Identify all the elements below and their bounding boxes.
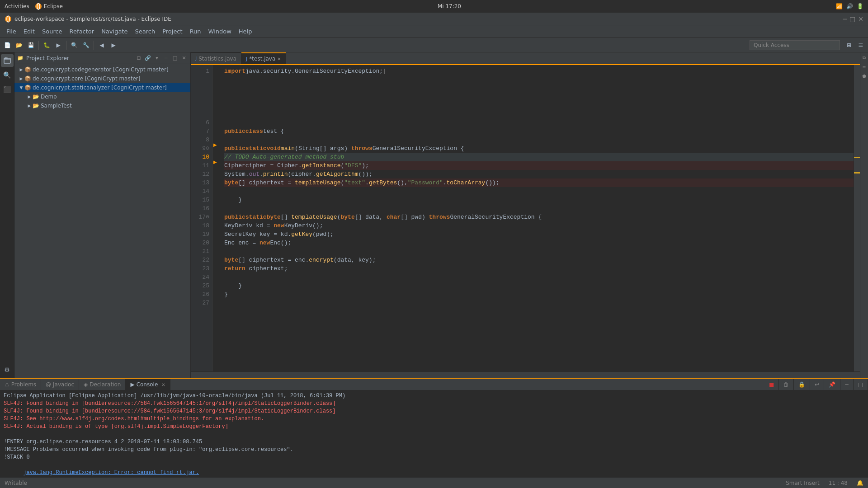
- project-explorer-header: 📁 Project Explorer ⊟ 🔗 ▾ ─ □ ✕: [14, 52, 190, 64]
- line-num-9: 9⊖: [191, 144, 209, 153]
- horizontal-scrollbar[interactable]: [191, 371, 860, 378]
- eclipse-menu[interactable]: Eclipse: [35, 3, 63, 10]
- menu-bar: File Edit Source Refactor Navigate Searc…: [0, 25, 868, 38]
- declaration-icon: ◈: [84, 381, 88, 388]
- maximize-panel-button[interactable]: □: [171, 55, 179, 62]
- line-num-18: 18: [191, 221, 209, 230]
- javadoc-icon: @: [46, 381, 51, 388]
- menu-edit[interactable]: Edit: [20, 27, 38, 36]
- tree-item-demo[interactable]: ▶ 📂 Demo: [14, 92, 190, 101]
- console-line-1: SLF4J: Found binding in [bundleresource:…: [4, 400, 864, 408]
- menu-help[interactable]: Help: [235, 27, 256, 36]
- tab-console[interactable]: ▶ Console ✕: [126, 379, 170, 390]
- open-button[interactable]: 📂: [14, 40, 24, 51]
- console-line-4: SLF4J: Actual binding is of type [org.sl…: [4, 423, 864, 431]
- perspectives-button[interactable]: ⊞: [844, 40, 854, 51]
- line-num-20: 20: [191, 239, 209, 247]
- console-line-8: java.lang.RuntimeException: Error: canno…: [4, 461, 864, 477]
- menu-navigate[interactable]: Navigate: [98, 27, 131, 36]
- code-line-blank: [224, 84, 854, 93]
- right-sidebar-icon-2[interactable]: ≡: [861, 63, 868, 70]
- run-button[interactable]: ▶: [53, 40, 64, 51]
- tree-item-sampletest[interactable]: ▶ 📂 SampleTest: [14, 101, 190, 110]
- terminal-icon[interactable]: ⬛: [1, 83, 14, 96]
- settings-icon[interactable]: ⚙: [1, 363, 14, 376]
- tab-declaration[interactable]: ◈ Declaration: [79, 379, 126, 390]
- expand-arrow[interactable]: ▶: [18, 67, 24, 72]
- minimize-button[interactable]: ─: [843, 15, 847, 23]
- menu-window[interactable]: Window: [205, 27, 235, 36]
- right-sidebar: ⧉ ≡ ⬟: [860, 52, 868, 378]
- menu-run[interactable]: Run: [186, 27, 205, 36]
- prev-button[interactable]: ◀: [96, 40, 107, 51]
- tab-statistics[interactable]: J Statistics.java: [191, 52, 241, 64]
- toolbar: 📄 📂 💾 🐛 ▶ 🔍 🔧 ◀ ▶ Quick Access ⊞ ☰: [0, 38, 868, 52]
- code-line-12: System.out.println(cipher.getAlgorithm()…: [224, 170, 854, 178]
- menu-search[interactable]: Search: [131, 27, 159, 36]
- expand-arrow[interactable]: ▶: [26, 94, 33, 99]
- tree-item-staticanalyzer[interactable]: ▼ 📦 de.cognicrypt.staticanalyzer [CogniC…: [14, 83, 190, 92]
- refactor-button[interactable]: 🔧: [80, 40, 91, 51]
- search-icon[interactable]: 🔍: [1, 69, 14, 81]
- new-button[interactable]: 📄: [2, 40, 13, 51]
- project-explorer-header-icon: 📁: [17, 55, 24, 61]
- menu-file[interactable]: File: [3, 27, 20, 36]
- code-line-1: import java.security.GeneralSecurityExce…: [224, 67, 854, 75]
- code-editor[interactable]: import java.security.GeneralSecurityExce…: [220, 65, 854, 371]
- line-num-14: 14: [191, 187, 209, 196]
- tree-item-codegenerator[interactable]: ▶ 📦 de.cognicrypt.codegenerator [CogniCr…: [14, 65, 190, 74]
- tab-close-button[interactable]: ✕: [161, 382, 165, 387]
- status-position: 11 : 48: [829, 480, 848, 486]
- views-button[interactable]: ☰: [855, 40, 866, 51]
- stop-button[interactable]: ■: [764, 379, 779, 390]
- pin-button[interactable]: 📌: [824, 379, 840, 390]
- minimize-panel-button[interactable]: ─: [162, 55, 170, 62]
- view-menu-button[interactable]: ▾: [153, 55, 160, 62]
- maximize-button[interactable]: □: [849, 15, 855, 23]
- expand-arrow[interactable]: ▶: [18, 76, 24, 81]
- tab-close-button[interactable]: ✕: [277, 56, 281, 61]
- java-file-icon: J: [246, 56, 247, 62]
- code-line-24: [224, 273, 854, 282]
- word-wrap-button[interactable]: ↩: [810, 379, 824, 390]
- collapse-all-button[interactable]: ⊟: [135, 55, 142, 62]
- quick-access-input[interactable]: Quick Access: [750, 40, 840, 50]
- debug-button[interactable]: 🐛: [41, 40, 52, 51]
- line-num-7: 7: [191, 127, 209, 136]
- tab-javadoc[interactable]: @ Javadoc: [41, 379, 79, 390]
- runtime-exception-link[interactable]: java.lang.RuntimeException: Error: canno…: [23, 469, 199, 476]
- close-button[interactable]: ✕: [858, 15, 863, 23]
- activities-button[interactable]: Activities: [5, 3, 29, 9]
- save-button[interactable]: 💾: [25, 40, 36, 51]
- line-num-12: 12: [191, 170, 209, 178]
- console-line-blank: [4, 431, 864, 438]
- code-line-11: Cipher cipher = Cipher.getInstance("DES"…: [224, 161, 854, 170]
- menu-project[interactable]: Project: [159, 27, 186, 36]
- tab-label: Javadoc: [53, 381, 74, 388]
- eclipse-icon: [35, 3, 42, 10]
- status-bar: Writable Smart Insert 11 : 48 🔔: [0, 477, 868, 488]
- next-button[interactable]: ▶: [108, 40, 119, 51]
- tree-item-core[interactable]: ▶ 📦 de.cognicrypt.core [CogniCrypt maste…: [14, 74, 190, 83]
- editor-area: J Statistics.java J *test.java ✕ 1 6 7 8: [191, 52, 860, 378]
- console-line-2: SLF4J: Found binding in [bundleresource:…: [4, 408, 864, 415]
- tab-label: *test.java: [249, 56, 275, 62]
- tab-problems[interactable]: ⚠ Problems: [0, 379, 41, 390]
- expand-arrow[interactable]: ▶: [26, 103, 33, 108]
- close-panel-button[interactable]: ✕: [180, 55, 188, 62]
- clear-console-button[interactable]: 🗑: [779, 379, 794, 390]
- scroll-lock-button[interactable]: 🔒: [794, 379, 810, 390]
- search-button[interactable]: 🔍: [69, 40, 80, 51]
- link-button[interactable]: 🔗: [144, 55, 151, 62]
- code-line-20: Enc enc = new Enc();: [224, 239, 854, 247]
- project-explorer-icon[interactable]: [1, 54, 14, 67]
- maximize-bottom-button[interactable]: □: [854, 379, 868, 390]
- right-sidebar-icon-3[interactable]: ⬟: [861, 72, 868, 80]
- menu-source[interactable]: Source: [38, 27, 66, 36]
- menu-refactor[interactable]: Refactor: [66, 27, 98, 36]
- minimize-bottom-button[interactable]: ─: [840, 379, 853, 390]
- window-title: eclipse-workspace - SampleTest/src/test.…: [14, 16, 171, 22]
- expand-arrow[interactable]: ▼: [18, 85, 24, 90]
- right-sidebar-icon-1[interactable]: ⧉: [861, 54, 868, 61]
- tab-test[interactable]: J *test.java ✕: [241, 52, 286, 64]
